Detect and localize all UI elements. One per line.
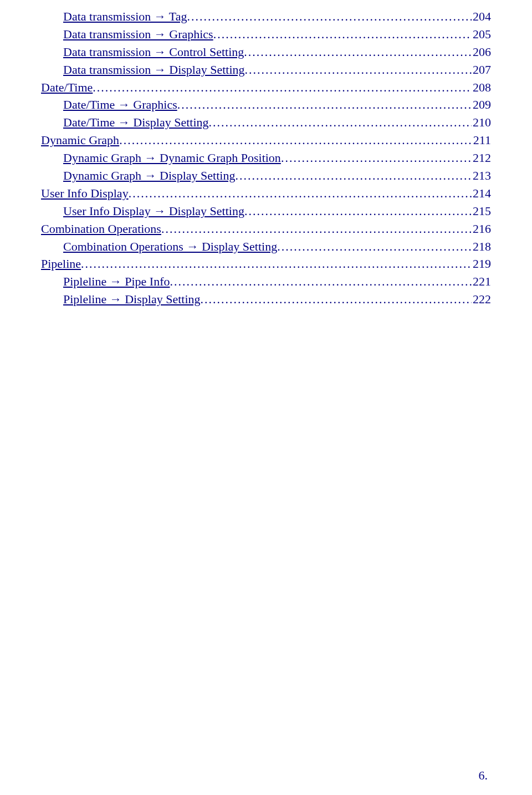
- toc-entry: Date/Time → Graphics 209: [41, 96, 491, 114]
- toc-entry-link[interactable]: User Info Display → Display Setting: [63, 202, 244, 220]
- toc-entry-page: 214: [472, 185, 491, 202]
- toc-entry: Dynamic Graph → Display Setting 213: [41, 167, 491, 185]
- toc-entry-page: 212: [472, 149, 491, 167]
- toc-entry: Dynamic Graph → Dynamic Graph Position 2…: [41, 149, 491, 167]
- toc-entry: User Info Display → Display Setting 215: [41, 202, 491, 220]
- toc-leader-dots: [129, 190, 472, 202]
- toc-entry-link[interactable]: Pipleline → Pipe Info: [63, 273, 170, 291]
- toc-entry-page: 215: [472, 202, 491, 220]
- toc-entry: Date/Time → Display Setting 210: [41, 114, 491, 131]
- toc-leader-dots: [119, 137, 472, 149]
- table-of-contents: Data transmission → Tag 204 Data transmi…: [41, 8, 491, 308]
- toc-entry-page: 219: [472, 255, 491, 273]
- toc-entry-link[interactable]: Combination Operations: [41, 220, 161, 238]
- toc-leader-dots: [213, 31, 472, 43]
- toc-entry-page: 211: [472, 131, 491, 149]
- toc-entry-link[interactable]: Date/Time: [41, 79, 93, 96]
- toc-entry-page: 216: [472, 220, 491, 238]
- toc-entry-link[interactable]: User Info Display: [41, 185, 129, 202]
- document-page: Data transmission → Tag 204 Data transmi…: [0, 0, 532, 795]
- toc-leader-dots: [245, 67, 472, 79]
- toc-leader-dots: [187, 13, 472, 26]
- toc-entry-link[interactable]: Dynamic Graph: [41, 131, 119, 149]
- toc-leader-dots: [277, 243, 472, 255]
- toc-entry-page: 221: [472, 273, 491, 291]
- toc-leader-dots: [235, 172, 472, 185]
- toc-leader-dots: [244, 49, 472, 61]
- toc-entry: Dynamic Graph211: [41, 131, 491, 149]
- toc-entry-page: 222: [472, 291, 491, 308]
- toc-entry-page: 213: [472, 167, 491, 185]
- toc-leader-dots: [244, 208, 472, 220]
- toc-entry: Pipeline219: [41, 255, 491, 273]
- toc-entry-link[interactable]: Data transmission → Graphics: [63, 26, 213, 43]
- toc-entry: Pipleline → Pipe Info 221: [41, 273, 491, 291]
- toc-entry-page: 205: [472, 26, 491, 43]
- toc-entry-page: 206: [472, 43, 491, 61]
- toc-entry-page: 208: [472, 79, 491, 96]
- toc-entry-page: 218: [472, 238, 491, 256]
- toc-entry-page: 204: [472, 8, 491, 26]
- toc-entry-link[interactable]: Date/Time → Display Setting: [63, 114, 209, 131]
- toc-entry: Data transmission → Control Setting 206: [41, 43, 491, 61]
- toc-entry-page: 207: [472, 61, 491, 79]
- toc-entry-link[interactable]: Data transmission → Control Setting: [63, 43, 244, 61]
- toc-entry: Pipleline → Display Setting 222: [41, 291, 491, 308]
- toc-leader-dots: [177, 101, 472, 114]
- toc-entry-link[interactable]: Pipeline: [41, 255, 81, 273]
- toc-leader-dots: [161, 226, 472, 238]
- toc-leader-dots: [81, 261, 472, 273]
- toc-entry-page: 210: [472, 114, 491, 131]
- toc-entry-link[interactable]: Dynamic Graph → Display Setting: [63, 167, 235, 185]
- toc-entry-link[interactable]: Date/Time → Graphics: [63, 96, 177, 114]
- toc-entry-link[interactable]: Dynamic Graph → Dynamic Graph Position: [63, 149, 281, 167]
- toc-entry: Data transmission → Graphics 205: [41, 26, 491, 43]
- toc-entry: Data transmission → Tag 204: [41, 8, 491, 26]
- page-number: 6.: [479, 768, 488, 783]
- toc-leader-dots: [281, 155, 472, 167]
- toc-entry: User Info Display214: [41, 185, 491, 202]
- toc-entry: Date/Time208: [41, 79, 491, 96]
- toc-entry-link[interactable]: Data transmission → Display Setting: [63, 61, 245, 79]
- toc-entry-link[interactable]: Pipleline → Display Setting: [63, 291, 201, 308]
- toc-leader-dots: [93, 84, 472, 96]
- toc-entry-page: 209: [472, 96, 491, 114]
- toc-leader-dots: [209, 119, 472, 131]
- toc-leader-dots: [201, 296, 472, 308]
- toc-entry: Combination Operations216: [41, 220, 491, 238]
- toc-entry-link[interactable]: Combination Operations → Display Setting: [63, 238, 277, 256]
- toc-leader-dots: [170, 278, 472, 291]
- toc-entry-link[interactable]: Data transmission → Tag: [63, 8, 187, 26]
- toc-entry: Combination Operations → Display Setting…: [41, 238, 491, 256]
- toc-entry: Data transmission → Display Setting 207: [41, 61, 491, 79]
